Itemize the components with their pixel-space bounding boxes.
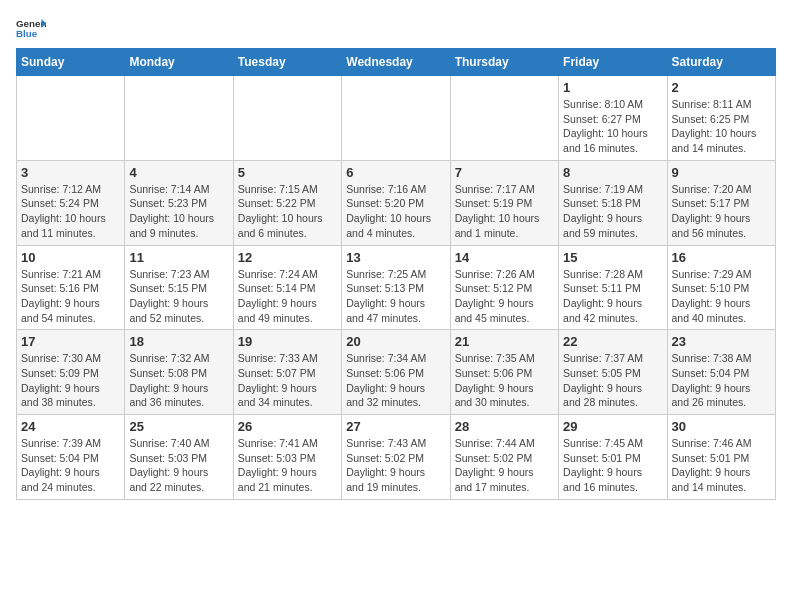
calendar-cell: 10Sunrise: 7:21 AMSunset: 5:16 PMDayligh… — [17, 245, 125, 330]
calendar-cell: 15Sunrise: 7:28 AMSunset: 5:11 PMDayligh… — [559, 245, 667, 330]
calendar-header-monday: Monday — [125, 49, 233, 76]
calendar-cell: 13Sunrise: 7:25 AMSunset: 5:13 PMDayligh… — [342, 245, 450, 330]
day-info: Sunrise: 7:24 AMSunset: 5:14 PMDaylight:… — [238, 267, 337, 326]
day-number: 18 — [129, 334, 228, 349]
calendar-body: 1Sunrise: 8:10 AMSunset: 6:27 PMDaylight… — [17, 76, 776, 500]
day-info: Sunrise: 7:12 AMSunset: 5:24 PMDaylight:… — [21, 182, 120, 241]
calendar-cell — [17, 76, 125, 161]
calendar-week-1: 1Sunrise: 8:10 AMSunset: 6:27 PMDaylight… — [17, 76, 776, 161]
logo-icon: General Blue — [16, 16, 46, 40]
day-number: 24 — [21, 419, 120, 434]
day-info: Sunrise: 7:43 AMSunset: 5:02 PMDaylight:… — [346, 436, 445, 495]
calendar-cell: 19Sunrise: 7:33 AMSunset: 5:07 PMDayligh… — [233, 330, 341, 415]
calendar-cell: 29Sunrise: 7:45 AMSunset: 5:01 PMDayligh… — [559, 415, 667, 500]
day-number: 23 — [672, 334, 771, 349]
day-number: 26 — [238, 419, 337, 434]
calendar-cell: 14Sunrise: 7:26 AMSunset: 5:12 PMDayligh… — [450, 245, 558, 330]
calendar-cell — [342, 76, 450, 161]
calendar-cell: 17Sunrise: 7:30 AMSunset: 5:09 PMDayligh… — [17, 330, 125, 415]
day-number: 28 — [455, 419, 554, 434]
day-info: Sunrise: 7:38 AMSunset: 5:04 PMDaylight:… — [672, 351, 771, 410]
calendar-cell: 28Sunrise: 7:44 AMSunset: 5:02 PMDayligh… — [450, 415, 558, 500]
calendar-header-friday: Friday — [559, 49, 667, 76]
day-info: Sunrise: 7:19 AMSunset: 5:18 PMDaylight:… — [563, 182, 662, 241]
calendar-cell: 1Sunrise: 8:10 AMSunset: 6:27 PMDaylight… — [559, 76, 667, 161]
day-info: Sunrise: 7:26 AMSunset: 5:12 PMDaylight:… — [455, 267, 554, 326]
calendar-header-sunday: Sunday — [17, 49, 125, 76]
day-number: 29 — [563, 419, 662, 434]
day-info: Sunrise: 7:15 AMSunset: 5:22 PMDaylight:… — [238, 182, 337, 241]
calendar-cell: 30Sunrise: 7:46 AMSunset: 5:01 PMDayligh… — [667, 415, 775, 500]
day-number: 14 — [455, 250, 554, 265]
calendar-week-5: 24Sunrise: 7:39 AMSunset: 5:04 PMDayligh… — [17, 415, 776, 500]
day-info: Sunrise: 7:39 AMSunset: 5:04 PMDaylight:… — [21, 436, 120, 495]
day-info: Sunrise: 7:37 AMSunset: 5:05 PMDaylight:… — [563, 351, 662, 410]
day-info: Sunrise: 7:46 AMSunset: 5:01 PMDaylight:… — [672, 436, 771, 495]
day-number: 30 — [672, 419, 771, 434]
calendar-cell — [450, 76, 558, 161]
calendar-cell: 7Sunrise: 7:17 AMSunset: 5:19 PMDaylight… — [450, 160, 558, 245]
day-info: Sunrise: 7:32 AMSunset: 5:08 PMDaylight:… — [129, 351, 228, 410]
day-number: 10 — [21, 250, 120, 265]
calendar-table: SundayMondayTuesdayWednesdayThursdayFrid… — [16, 48, 776, 500]
calendar-header-row: SundayMondayTuesdayWednesdayThursdayFrid… — [17, 49, 776, 76]
day-number: 6 — [346, 165, 445, 180]
day-info: Sunrise: 8:10 AMSunset: 6:27 PMDaylight:… — [563, 97, 662, 156]
day-number: 7 — [455, 165, 554, 180]
day-number: 19 — [238, 334, 337, 349]
calendar-week-3: 10Sunrise: 7:21 AMSunset: 5:16 PMDayligh… — [17, 245, 776, 330]
calendar-cell: 27Sunrise: 7:43 AMSunset: 5:02 PMDayligh… — [342, 415, 450, 500]
day-number: 1 — [563, 80, 662, 95]
day-number: 20 — [346, 334, 445, 349]
day-number: 4 — [129, 165, 228, 180]
day-info: Sunrise: 7:30 AMSunset: 5:09 PMDaylight:… — [21, 351, 120, 410]
calendar-cell: 12Sunrise: 7:24 AMSunset: 5:14 PMDayligh… — [233, 245, 341, 330]
day-info: Sunrise: 7:45 AMSunset: 5:01 PMDaylight:… — [563, 436, 662, 495]
day-number: 13 — [346, 250, 445, 265]
day-info: Sunrise: 7:40 AMSunset: 5:03 PMDaylight:… — [129, 436, 228, 495]
day-info: Sunrise: 7:28 AMSunset: 5:11 PMDaylight:… — [563, 267, 662, 326]
day-number: 9 — [672, 165, 771, 180]
calendar-cell: 25Sunrise: 7:40 AMSunset: 5:03 PMDayligh… — [125, 415, 233, 500]
calendar-cell — [233, 76, 341, 161]
day-info: Sunrise: 7:17 AMSunset: 5:19 PMDaylight:… — [455, 182, 554, 241]
calendar-header-thursday: Thursday — [450, 49, 558, 76]
day-info: Sunrise: 7:35 AMSunset: 5:06 PMDaylight:… — [455, 351, 554, 410]
day-number: 2 — [672, 80, 771, 95]
calendar-cell: 18Sunrise: 7:32 AMSunset: 5:08 PMDayligh… — [125, 330, 233, 415]
day-info: Sunrise: 7:29 AMSunset: 5:10 PMDaylight:… — [672, 267, 771, 326]
calendar-cell: 23Sunrise: 7:38 AMSunset: 5:04 PMDayligh… — [667, 330, 775, 415]
day-info: Sunrise: 7:41 AMSunset: 5:03 PMDaylight:… — [238, 436, 337, 495]
calendar-cell: 2Sunrise: 8:11 AMSunset: 6:25 PMDaylight… — [667, 76, 775, 161]
day-info: Sunrise: 7:14 AMSunset: 5:23 PMDaylight:… — [129, 182, 228, 241]
calendar-week-4: 17Sunrise: 7:30 AMSunset: 5:09 PMDayligh… — [17, 330, 776, 415]
day-number: 15 — [563, 250, 662, 265]
calendar-cell: 20Sunrise: 7:34 AMSunset: 5:06 PMDayligh… — [342, 330, 450, 415]
calendar-cell: 22Sunrise: 7:37 AMSunset: 5:05 PMDayligh… — [559, 330, 667, 415]
calendar-cell — [125, 76, 233, 161]
calendar-cell: 4Sunrise: 7:14 AMSunset: 5:23 PMDaylight… — [125, 160, 233, 245]
day-number: 3 — [21, 165, 120, 180]
day-info: Sunrise: 7:23 AMSunset: 5:15 PMDaylight:… — [129, 267, 228, 326]
calendar-cell: 16Sunrise: 7:29 AMSunset: 5:10 PMDayligh… — [667, 245, 775, 330]
calendar-cell: 8Sunrise: 7:19 AMSunset: 5:18 PMDaylight… — [559, 160, 667, 245]
day-info: Sunrise: 7:33 AMSunset: 5:07 PMDaylight:… — [238, 351, 337, 410]
day-number: 16 — [672, 250, 771, 265]
day-number: 17 — [21, 334, 120, 349]
day-info: Sunrise: 7:21 AMSunset: 5:16 PMDaylight:… — [21, 267, 120, 326]
day-number: 8 — [563, 165, 662, 180]
logo: General Blue — [16, 16, 46, 40]
day-number: 22 — [563, 334, 662, 349]
calendar-cell: 21Sunrise: 7:35 AMSunset: 5:06 PMDayligh… — [450, 330, 558, 415]
day-number: 11 — [129, 250, 228, 265]
day-info: Sunrise: 7:20 AMSunset: 5:17 PMDaylight:… — [672, 182, 771, 241]
calendar-header-tuesday: Tuesday — [233, 49, 341, 76]
calendar-cell: 6Sunrise: 7:16 AMSunset: 5:20 PMDaylight… — [342, 160, 450, 245]
calendar-cell: 9Sunrise: 7:20 AMSunset: 5:17 PMDaylight… — [667, 160, 775, 245]
day-info: Sunrise: 7:25 AMSunset: 5:13 PMDaylight:… — [346, 267, 445, 326]
calendar-cell: 3Sunrise: 7:12 AMSunset: 5:24 PMDaylight… — [17, 160, 125, 245]
calendar-header-wednesday: Wednesday — [342, 49, 450, 76]
day-number: 21 — [455, 334, 554, 349]
page-header: General Blue — [16, 16, 776, 40]
calendar-cell: 5Sunrise: 7:15 AMSunset: 5:22 PMDaylight… — [233, 160, 341, 245]
